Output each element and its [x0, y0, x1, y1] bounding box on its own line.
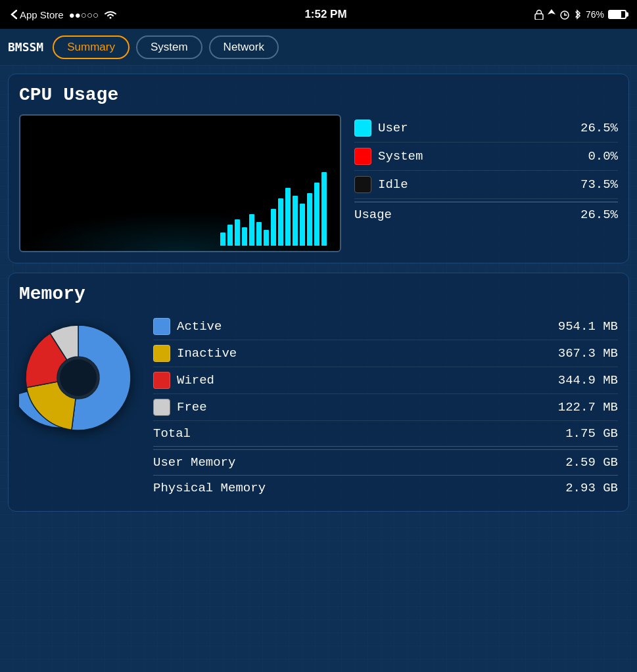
inactive-swatch: [153, 345, 170, 362]
wifi-icon: [104, 10, 117, 19]
memory-free-row: Free 122.7 MB: [153, 394, 618, 421]
location-icon: [548, 9, 555, 20]
cpu-bar-segment: [300, 204, 305, 246]
usage-value: 26.5%: [565, 208, 618, 222]
system-swatch: [354, 148, 371, 165]
inactive-label: Inactive: [177, 346, 532, 361]
cpu-bar-segment: [249, 214, 254, 246]
cpu-usage-row: Usage 26.5%: [354, 202, 618, 227]
memory-content: Active 954.1 MB Inactive 367.3 MB Wired …: [19, 313, 618, 501]
cpu-content: User 26.5% System 0.0% Idle 73.5% Usa: [19, 114, 618, 252]
cpu-bar-segment: [256, 222, 262, 246]
memory-active-row: Active 954.1 MB: [153, 313, 618, 340]
signal-dots: ●●○○○: [69, 9, 99, 20]
cpu-bar-segment: [278, 198, 283, 246]
svg-point-6: [60, 359, 97, 396]
cpu-idle-row: Idle 73.5%: [354, 171, 618, 199]
user-memory-value: 2.59 GB: [539, 455, 618, 470]
memory-card: Memory: [8, 273, 629, 512]
free-swatch: [153, 399, 170, 416]
usage-label: Usage: [354, 208, 559, 222]
tab-summary[interactable]: Summary: [53, 35, 130, 59]
battery-fill: [609, 11, 621, 18]
status-left: App Store ●●○○○: [11, 9, 117, 20]
cpu-system-row: System 0.0%: [354, 143, 618, 171]
status-right: 76%: [534, 9, 626, 20]
cpu-bar-segment: [314, 183, 319, 246]
user-value: 26.5%: [565, 121, 618, 135]
inactive-value: 367.3 MB: [539, 346, 618, 361]
cpu-bars: [220, 172, 327, 246]
cpu-bar-segment: [285, 188, 291, 246]
wired-value: 344.9 MB: [539, 373, 618, 388]
user-swatch: [354, 120, 371, 137]
user-memory-label: User Memory: [153, 455, 539, 470]
wired-swatch: [153, 372, 170, 389]
svg-marker-1: [548, 9, 555, 14]
nav-bar: BMSSM Summary System Network: [0, 29, 637, 66]
status-bar: App Store ●●○○○ 1:52 PM 76%: [0, 0, 637, 29]
battery-percent: 76%: [586, 9, 604, 20]
bluetooth-icon: [574, 9, 582, 20]
system-value: 0.0%: [565, 149, 618, 164]
memory-stats: Active 954.1 MB Inactive 367.3 MB Wired …: [153, 313, 618, 501]
cpu-bar-segment: [264, 230, 269, 246]
total-label: Total: [153, 426, 539, 441]
physical-memory-label: Physical Memory: [153, 481, 539, 495]
lock-icon: [534, 9, 544, 20]
free-value: 122.7 MB: [539, 400, 618, 414]
cpu-bar-segment: [321, 172, 327, 246]
tab-system[interactable]: System: [136, 35, 202, 59]
wired-label: Wired: [177, 373, 532, 388]
user-memory-row: User Memory 2.59 GB: [153, 449, 618, 475]
user-label: User: [378, 121, 559, 135]
cpu-bar-segment: [293, 196, 298, 246]
cpu-card: CPU Usage User 26.5% System 0.0%: [8, 74, 629, 263]
cpu-bar-segment: [242, 227, 247, 246]
memory-title: Memory: [19, 284, 618, 304]
tab-network[interactable]: Network: [209, 35, 279, 59]
memory-inactive-row: Inactive 367.3 MB: [153, 340, 618, 367]
active-label: Active: [177, 319, 532, 334]
cpu-title: CPU Usage: [19, 85, 618, 105]
cpu-bar-segment: [227, 225, 233, 246]
app-title: BMSSM: [8, 40, 43, 54]
cpu-stats: User 26.5% System 0.0% Idle 73.5% Usa: [354, 114, 618, 227]
memory-total-row: Total 1.75 GB: [153, 421, 618, 447]
physical-memory-row: Physical Memory 2.93 GB: [153, 475, 618, 501]
system-label: System: [378, 149, 559, 164]
cpu-bar-segment: [307, 193, 312, 246]
pie-chart: [19, 319, 137, 437]
cpu-user-row: User 26.5%: [354, 114, 618, 143]
memory-bottom-rows: User Memory 2.59 GB Physical Memory 2.93…: [153, 449, 618, 501]
cpu-graph: [19, 114, 341, 252]
free-label: Free: [177, 400, 532, 414]
memory-wired-row: Wired 344.9 MB: [153, 367, 618, 394]
idle-value: 73.5%: [565, 177, 618, 192]
battery-icon: [608, 10, 626, 19]
cpu-bar-segment: [235, 219, 240, 246]
physical-memory-value: 2.93 GB: [539, 481, 618, 495]
active-swatch: [153, 318, 170, 335]
total-value: 1.75 GB: [539, 426, 618, 441]
idle-label: Idle: [378, 177, 559, 192]
alarm-icon: [559, 9, 570, 20]
active-value: 954.1 MB: [539, 319, 618, 334]
svg-rect-0: [535, 14, 543, 20]
idle-swatch: [354, 176, 371, 193]
cpu-bar-segment: [220, 233, 225, 246]
cpu-bar-segment: [271, 209, 276, 246]
back-button[interactable]: App Store: [11, 9, 64, 20]
main-content: CPU Usage User 26.5% System 0.0%: [0, 66, 637, 672]
time-display: 1:52 PM: [304, 8, 346, 21]
